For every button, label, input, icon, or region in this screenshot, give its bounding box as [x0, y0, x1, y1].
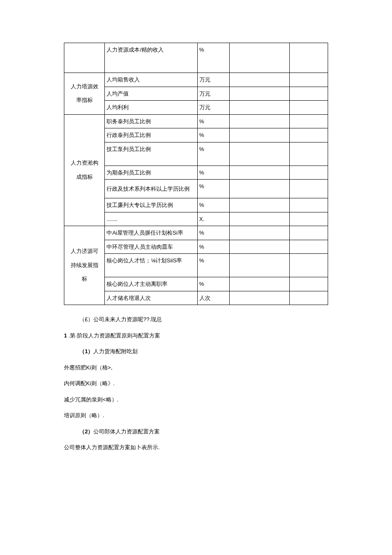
metric-cell: 职务泰列员工比例: [105, 114, 197, 128]
unit-cell: %: [197, 226, 229, 240]
value-cell: [229, 114, 289, 128]
num-sub2: （2）: [79, 428, 93, 435]
para-sub2: （2）公司郎体人力资源配置方案: [64, 427, 328, 436]
metric-cell: 核心岗位人才主动离职率: [105, 277, 197, 291]
value-cell: [229, 73, 289, 87]
para-reduce: 减少冗属的泉则<略）.: [64, 395, 328, 404]
metric-cell: 技工泵列员工比例: [105, 142, 197, 166]
value-cell: [229, 128, 289, 142]
para-internal: 内何调配Ki则（略》.: [64, 379, 328, 388]
metric-cell: 中Ai屋管理人员摒任计划检Si率: [105, 226, 197, 240]
metric-cell: 行政泰列员工比例: [105, 128, 197, 142]
value-cell: [289, 212, 328, 226]
unit-cell: %: [197, 240, 229, 254]
para-summary: （£）公司未来人力资源呢??.现总: [64, 315, 328, 324]
value-cell: [229, 43, 289, 73]
unit-cell: 人次: [197, 291, 229, 305]
value-cell: [289, 166, 328, 180]
metric-cell: .......: [105, 212, 197, 226]
value-cell: [229, 212, 289, 226]
unit-cell: %: [197, 114, 229, 128]
value-cell: [289, 101, 328, 115]
para-overall: 公司整体人力资源配置方案如卜表所示.: [64, 443, 328, 452]
metric-cell: 核心岗位人才怙；⅛计划SiiS率: [105, 254, 197, 277]
value-cell: [229, 254, 289, 277]
value-cell: [289, 87, 328, 101]
metric-cell: 人力资源成本/精的收入: [105, 43, 197, 73]
value-cell: [229, 240, 289, 254]
metrics-table: 人力资源成本/精的收入 % 人力塔源效 率指标 人均箱售收入 万元 人均产值 万…: [64, 43, 328, 305]
value-cell: [289, 43, 328, 73]
unit-cell: %: [197, 254, 229, 277]
text-stage1: .第·阶段人力资源配置原则与配置方案: [67, 332, 160, 339]
value-cell: [229, 277, 289, 291]
value-cell: [229, 226, 289, 240]
category-efficiency: 人力塔源效 率指标: [64, 73, 105, 115]
value-cell: [289, 142, 328, 166]
unit-cell: 万元: [197, 87, 229, 101]
value-cell: [229, 142, 289, 166]
metric-cell: 为期条列员工比例: [105, 166, 197, 180]
unit-cell: X.: [197, 212, 229, 226]
unit-cell: %: [197, 198, 229, 212]
unit-cell: 万元: [197, 101, 229, 115]
value-cell: [289, 291, 328, 305]
unit-cell: %: [197, 128, 229, 142]
value-cell: [289, 114, 328, 128]
category-blank: [64, 43, 105, 73]
metric-cell: 人均利利: [105, 101, 197, 115]
para-stage1-heading: 1 .第·阶段人力资源配置原则与配置方案: [64, 331, 328, 340]
value-cell: [289, 73, 328, 87]
value-cell: [229, 166, 289, 180]
metric-cell: 行政及技术系列本科以上学历比例: [105, 180, 197, 198]
text-sub1: 人力货海配附吃划: [93, 348, 138, 355]
value-cell: [229, 101, 289, 115]
value-cell: [289, 277, 328, 291]
unit-cell: %: [197, 180, 229, 198]
unit-cell: %: [197, 142, 229, 166]
num-sub1: （1）: [79, 348, 93, 355]
metric-cell: 中环尽管理人员主动肉皿车: [105, 240, 197, 254]
value-cell: [289, 198, 328, 212]
metric-cell: 人均产值: [105, 87, 197, 101]
category-sustainable: 人力济源可 持续发展指 标: [64, 226, 105, 305]
metric-cell: 人均箱售收入: [105, 73, 197, 87]
para-training: 培训原则（略）.: [64, 411, 328, 420]
value-cell: [229, 180, 289, 198]
value-cell: [229, 291, 289, 305]
value-cell: [289, 240, 328, 254]
value-cell: [289, 254, 328, 277]
metric-cell: 技工廉列大专以上学历比例: [105, 198, 197, 212]
para-sub1: （1）人力货海配附吃划: [64, 347, 328, 356]
value-cell: [289, 226, 328, 240]
unit-cell: %: [197, 277, 229, 291]
unit-cell: %: [197, 43, 229, 73]
value-cell: [229, 198, 289, 212]
unit-cell: 万元: [197, 73, 229, 87]
value-cell: [289, 128, 328, 142]
text-sub2: 公司郎体人力资源配置方案: [93, 428, 160, 435]
para-external: 外窸招肥Ki则（格>,: [64, 363, 328, 372]
value-cell: [229, 87, 289, 101]
unit-cell: %: [197, 166, 229, 180]
metric-cell: 人才储名培退人次: [105, 291, 197, 305]
value-cell: [289, 180, 328, 198]
category-structure: 人力资淞构 成指标: [64, 114, 105, 226]
